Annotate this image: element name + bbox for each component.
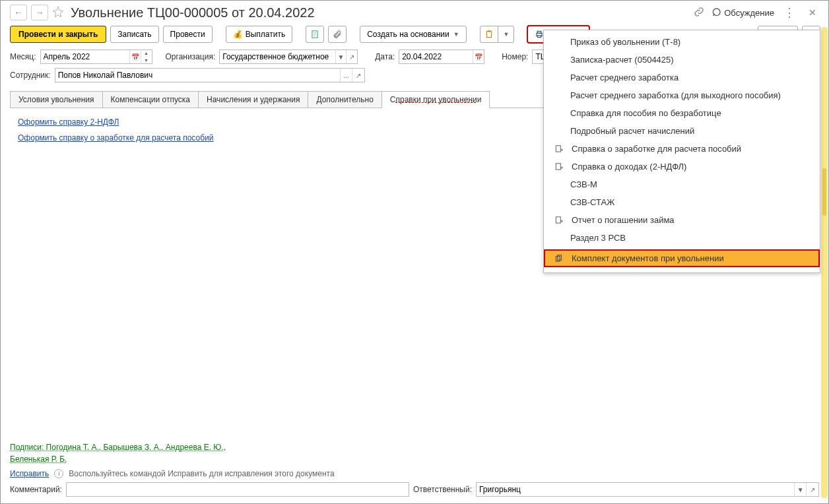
menu-item-szvstazh[interactable]: СЗВ-СТАЖ (544, 193, 820, 211)
nav-forward-button[interactable]: → (31, 5, 48, 20)
svg-rect-8 (537, 36, 541, 38)
clipboard-chevron-button[interactable]: ▼ (498, 26, 514, 43)
comment-field[interactable] (66, 482, 409, 497)
menu-item-detailed[interactable]: Подробный расчет начислений (544, 122, 820, 140)
info-icon: i (54, 469, 63, 478)
chevron-down-icon: ▼ (504, 31, 510, 38)
fix-link[interactable]: Исправить (10, 469, 49, 478)
org-field[interactable]: ▼ ↗ (219, 49, 358, 64)
menu-item-2ndfl[interactable]: Справка о доходах (2-НДФЛ) (544, 158, 820, 175)
month-field[interactable]: 📅 ▲▼ (40, 49, 152, 64)
svg-rect-9 (556, 145, 560, 151)
month-stepper[interactable]: ▲▼ (141, 49, 152, 64)
post-button[interactable]: Провести (163, 26, 213, 43)
clipboard-icon (484, 30, 494, 39)
date-label: Дата: (375, 52, 395, 61)
employee-input[interactable] (55, 69, 340, 81)
menu-item-doc-set[interactable]: Комплект документов при увольнении (544, 249, 820, 267)
tab-conditions[interactable]: Условия увольнения (10, 91, 103, 108)
svg-rect-4 (486, 31, 491, 37)
print-menu: Приказ об увольнении (Т-8) Записка-расче… (543, 30, 820, 273)
kebab-menu-icon[interactable]: ⋮ (781, 5, 798, 20)
svg-rect-5 (488, 30, 490, 32)
menu-item-loan-report[interactable]: Отчет о погашении займа (544, 211, 820, 229)
svg-rect-15 (556, 216, 560, 222)
menu-item-earnings-ref[interactable]: Справка о заработке для расчета пособий (544, 140, 820, 158)
responsible-label: Ответственный: (413, 485, 472, 494)
tab-references-label: Справки при увольнении (390, 95, 482, 104)
scrollbar-vertical[interactable] (821, 27, 828, 498)
menu-item-rsv3[interactable]: Раздел 3 РСВ (544, 229, 820, 247)
responsible-input[interactable] (477, 484, 794, 495)
month-input[interactable] (41, 51, 130, 63)
menu-item-szvm[interactable]: СЗВ-М (544, 175, 820, 193)
open-icon[interactable]: ↗ (352, 69, 364, 82)
calendar-icon[interactable]: 📅 (129, 50, 140, 63)
post-and-close-button[interactable]: Провести и закрыть (10, 26, 106, 43)
comment-label: Комментарий: (10, 485, 62, 494)
document-icon-button[interactable] (306, 26, 324, 43)
arrow-right-icon: → (35, 8, 44, 17)
close-icon[interactable]: ✕ (805, 7, 820, 18)
open-icon[interactable]: ↗ (806, 483, 818, 496)
printer-icon (535, 30, 544, 39)
document-icon (310, 30, 319, 39)
link-icon[interactable] (694, 7, 704, 19)
org-input[interactable] (220, 51, 335, 63)
paperclip-icon (333, 30, 342, 39)
clipboard-button[interactable] (480, 26, 498, 43)
tab-references[interactable]: Справки при увольнении (381, 91, 490, 108)
doc-plus-icon (552, 162, 566, 172)
chevron-down-icon[interactable]: ▼ (335, 50, 347, 63)
chevron-down-icon[interactable]: ▼ (794, 483, 807, 496)
menu-item-earnings-ref-label: Справка о заработке для расчета пособий (572, 144, 741, 154)
menu-item-avg-earn[interactable]: Расчет среднего заработка (544, 69, 820, 86)
scrollbar-thumb[interactable] (822, 168, 826, 215)
create-based-on-button[interactable]: Создать на основании ▼ (360, 26, 466, 43)
employee-label: Сотрудник: (10, 71, 51, 80)
calendar-icon[interactable]: 📅 (473, 50, 484, 63)
ellipsis-icon[interactable]: … (340, 69, 352, 82)
page-title: Увольнение ТЦ00-000005 от 20.04.2022 (71, 5, 690, 20)
signatures-link[interactable]: Подписи: Погодина Т. А., Барышева З. А.,… (10, 441, 819, 465)
employee-field[interactable]: … ↗ (55, 68, 365, 82)
tab-accruals[interactable]: Начисления и удержания (198, 91, 308, 108)
arrow-left-icon: ← (14, 8, 23, 17)
save-button[interactable]: Записать (110, 26, 158, 43)
org-label: Организация: (166, 52, 216, 61)
month-label: Месяц: (10, 52, 36, 61)
tab-additional[interactable]: Дополнительно (308, 91, 381, 108)
pay-label: Выплатить (246, 30, 286, 39)
menu-item-loan-report-label: Отчет о погашении займа (572, 215, 675, 225)
menu-item-avg-earn-severance[interactable]: Расчет среднего заработка (для выходного… (544, 86, 820, 104)
date-field[interactable]: 📅 (399, 49, 484, 64)
favorite-star-icon[interactable] (52, 6, 64, 20)
fix-hint: Воспользуйтесь командой Исправить для ис… (69, 469, 334, 478)
number-label: Номер: (502, 52, 528, 61)
discussion-button[interactable]: Обсуждение (711, 7, 774, 18)
menu-item-doc-set-label: Комплект документов при увольнении (572, 253, 724, 263)
doc-plus-icon (552, 144, 566, 154)
attachment-button[interactable] (328, 26, 347, 43)
documents-icon (552, 254, 566, 263)
tab-compensation[interactable]: Компенсации отпуска (102, 91, 199, 108)
doc-plus-icon (552, 216, 566, 225)
responsible-field[interactable]: ▼ ↗ (476, 482, 819, 497)
comment-input[interactable] (67, 484, 409, 495)
pay-button[interactable]: 💰 Выплатить (226, 26, 293, 43)
discussion-label: Обсуждение (724, 8, 774, 18)
nav-back-button[interactable]: ← (10, 5, 27, 20)
svg-rect-7 (537, 31, 541, 33)
open-icon[interactable]: ↗ (346, 50, 357, 63)
menu-item-2ndfl-label: Справка о доходах (2-НДФЛ) (572, 162, 686, 172)
menu-item-t8[interactable]: Приказ об увольнении (Т-8) (544, 33, 820, 51)
menu-item-unemployment[interactable]: Справка для пособия по безработице (544, 104, 820, 122)
pay-icon: 💰 (233, 30, 243, 39)
date-input[interactable] (399, 51, 473, 63)
menu-item-zapiska[interactable]: Записка-расчет (0504425) (544, 51, 820, 69)
chevron-down-icon: ▼ (453, 31, 459, 38)
svg-rect-12 (556, 163, 560, 169)
create-based-label: Создать на основании (367, 30, 449, 39)
